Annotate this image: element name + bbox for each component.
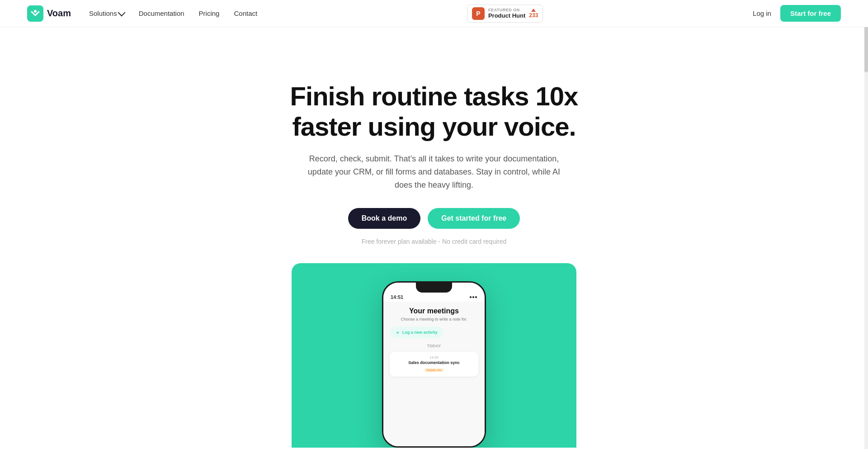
login-link[interactable]: Log in: [753, 9, 771, 17]
hero-cta-group: Book a demo Get started for free: [348, 208, 520, 229]
phone-time: 14:51: [391, 294, 403, 300]
product-hunt-count-wrapper: 233: [529, 9, 538, 19]
phone-card-time: 14:30: [394, 355, 474, 359]
hero-subtitle: Record, check, submit. That’s all it tak…: [298, 152, 570, 191]
hero-section: Finish routine tasks 10x faster using yo…: [0, 27, 868, 448]
app-preview: 14:51 ●●● Your meetings Choose a meeting…: [292, 263, 576, 448]
hero-note: Free forever plan available - No credit …: [362, 238, 507, 245]
phone-screen-subtitle: Choose a meeting to write a note for.: [390, 317, 478, 321]
svg-rect-0: [27, 5, 43, 22]
phone-notch: [416, 283, 452, 293]
scrollbar[interactable]: [864, 0, 868, 448]
plus-icon: ＋: [395, 329, 400, 336]
nav-left: Voam Solutions Documentation Pricing Con…: [27, 5, 257, 22]
phone-status-bar: 14:51 ●●●: [383, 293, 485, 302]
nav-pricing[interactable]: Pricing: [199, 9, 220, 18]
nav-contact[interactable]: Contact: [234, 9, 257, 18]
phone-screen-title: Your meetings: [390, 307, 478, 315]
upvote-arrow-icon: [531, 9, 536, 12]
nav-right: Log in Start for free: [753, 5, 841, 22]
navbar: Voam Solutions Documentation Pricing Con…: [0, 0, 868, 27]
phone-signals: ●●●: [469, 294, 477, 299]
product-hunt-badge[interactable]: P Featured on Product Hunt 233: [467, 5, 543, 23]
phone-mockup: 14:51 ●●● Your meetings Choose a meeting…: [382, 281, 486, 448]
product-hunt-text: Featured on Product Hunt: [488, 8, 525, 19]
svg-point-1: [34, 10, 37, 13]
nav-links: Solutions Documentation Pricing Contact: [89, 9, 257, 18]
chevron-down-icon: [118, 9, 125, 16]
phone-card-title: Sales documentation sync: [394, 360, 474, 365]
book-demo-button[interactable]: Book a demo: [348, 208, 420, 229]
product-hunt-icon: P: [472, 7, 485, 20]
phone-screen: Your meetings Choose a meeting to write …: [383, 302, 485, 446]
logo-icon: [27, 5, 43, 22]
start-for-free-button[interactable]: Start for free: [780, 5, 841, 22]
nav-documentation[interactable]: Documentation: [139, 9, 184, 18]
nav-solutions[interactable]: Solutions: [89, 9, 124, 17]
phone-card-tag: Details info: [424, 368, 444, 372]
hero-title: Finish routine tasks 10x faster using yo…: [280, 81, 588, 142]
get-started-free-button[interactable]: Get started for free: [428, 208, 520, 229]
phone-today-label: Today: [390, 344, 478, 348]
phone-meeting-card[interactable]: 14:30 Sales documentation sync Details i…: [390, 352, 478, 377]
logo-text: Voam: [47, 8, 71, 19]
phone-add-activity-button[interactable]: ＋ Log a new activity: [390, 327, 443, 338]
logo[interactable]: Voam: [27, 5, 71, 22]
